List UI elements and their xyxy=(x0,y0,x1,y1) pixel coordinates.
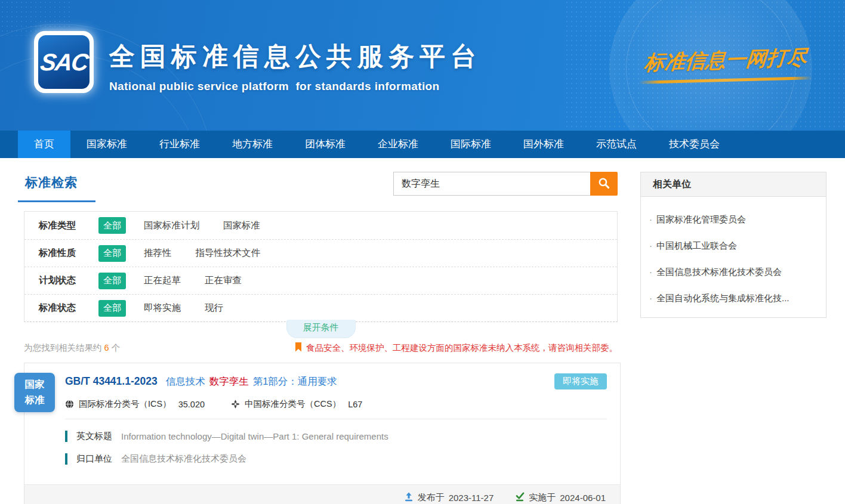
slogan-text: 标准信息一网打尽 xyxy=(635,44,816,77)
implement-label: 实施于 xyxy=(529,492,556,503)
dept-label: 归口单位 xyxy=(76,453,112,465)
upload-icon xyxy=(404,492,414,503)
related-units-panel: 相关单位 国家标准化管理委员会 中国机械工业联合会 全国信息技术标准化技术委员会… xyxy=(640,172,827,318)
standard-title-prefix[interactable]: 信息技术 xyxy=(166,375,205,388)
expand-conditions-button[interactable]: 展开条件 xyxy=(286,320,356,338)
publish-date-item: 发布于 2023-11-27 xyxy=(404,492,494,503)
filter-all-button[interactable]: 全部 xyxy=(98,273,126,289)
dept-row: 归口单位 全国信息技术标准化技术委员会 xyxy=(65,453,607,465)
standard-title-highlight[interactable]: 数字孪生 xyxy=(209,375,249,388)
related-units-list: 国家标准化管理委员会 中国机械工业联合会 全国信息技术标准化技术委员会 全国自动… xyxy=(641,197,826,317)
filter-label: 标准性质 xyxy=(39,247,98,259)
filter-panel: 标准类型 全部 国家标准计划 国家标准 标准性质 全部 推荐性 指导性技术文件 xyxy=(24,211,618,322)
sidebar-item-machinery-federation[interactable]: 中国机械工业联合会 xyxy=(649,240,816,252)
filter-all-button[interactable]: 全部 xyxy=(98,245,126,262)
filter-option[interactable]: 国家标准计划 xyxy=(144,219,199,232)
card-title-row: GB/T 43441.1-2023 信息技术 数字孪生 第1部分：通用要求 即将… xyxy=(65,373,607,389)
system-notice: 食品安全、环境保护、工程建设方面的国家标准未纳入本系统，请咨询相关部委。 xyxy=(295,342,618,354)
related-units-title: 相关单位 xyxy=(641,172,826,197)
sac-logo-inner: SAC xyxy=(38,35,90,89)
sidebar-item-automation-integration[interactable]: 全国自动化系统与集成标准化技... xyxy=(649,293,816,304)
teal-bar xyxy=(65,431,67,442)
filter-option[interactable]: 现行 xyxy=(205,302,223,314)
filter-label: 计划状态 xyxy=(39,274,98,287)
compass-icon xyxy=(231,400,240,409)
globe-icon xyxy=(65,400,74,409)
site-subtitle: National public service platform for sta… xyxy=(109,80,482,93)
page: SAC 全国标准信息公共服务平台 National public service… xyxy=(0,0,845,504)
filter-row-standard-type: 标准类型 全部 国家标准计划 国家标准 xyxy=(24,212,617,239)
nav-item-technical-committee[interactable]: 技术委员会 xyxy=(653,131,736,158)
filter-option[interactable]: 国家标准 xyxy=(223,219,260,232)
section-title-wrap: 标准检索 xyxy=(18,172,95,202)
nav-item-pilot[interactable]: 示范试点 xyxy=(580,131,653,158)
filter-all-button[interactable]: 全部 xyxy=(98,217,126,234)
filter-option[interactable]: 推荐性 xyxy=(144,247,172,259)
english-title-value: Information technology—Digital twin—Part… xyxy=(121,431,388,441)
filter-row-standard-nature: 标准性质 全部 推荐性 指导性技术文件 xyxy=(24,239,617,267)
publish-label: 发布于 xyxy=(418,492,445,503)
sac-logo-text: SAC xyxy=(39,49,90,76)
english-title-label: 英文标题 xyxy=(76,431,112,442)
standard-code-link[interactable]: GB/T 43441.1-2023 xyxy=(65,375,158,388)
check-icon xyxy=(515,492,525,503)
filter-option[interactable]: 正在起草 xyxy=(144,274,181,287)
nav-item-national-standards[interactable]: 国家标准 xyxy=(70,131,143,158)
main-content: 标准检索 标准类型 xyxy=(0,158,845,504)
results-meta-row: 为您找到相关结果约6个 食品安全、环境保护、工程建设方面的国家标准未纳入本系统，… xyxy=(24,342,618,354)
left-column: 标准检索 标准类型 xyxy=(24,172,618,504)
sidebar-item-it-standardization[interactable]: 全国信息技术标准化技术委员会 xyxy=(649,267,816,278)
publish-date: 2023-11-27 xyxy=(449,493,494,503)
filter-row-standard-status: 标准状态 全部 即将实施 现行 xyxy=(24,294,617,321)
search-icon xyxy=(598,177,610,191)
standard-type-badge: 国家 标准 xyxy=(14,373,55,412)
filter-all-button[interactable]: 全部 xyxy=(98,300,126,317)
filter-row-plan-status: 计划状态 全部 正在起草 正在审查 xyxy=(24,267,617,294)
teal-bar xyxy=(65,453,67,465)
filter-option[interactable]: 即将实施 xyxy=(144,302,181,314)
filter-label: 标准状态 xyxy=(39,302,98,314)
standard-result-card: 国家 标准 GB/T 43441.1-2023 信息技术 数字孪生 第1部分：通… xyxy=(24,363,621,504)
site-header: SAC 全国标准信息公共服务平台 National public service… xyxy=(0,0,845,131)
nav-item-international-standards[interactable]: 国际标准 xyxy=(434,131,507,158)
bookmark-icon xyxy=(295,342,302,354)
filter-option[interactable]: 指导性技术文件 xyxy=(196,247,261,259)
notice-text: 食品安全、环境保护、工程建设方面的国家标准未纳入本系统，请咨询相关部委。 xyxy=(306,342,618,354)
nav-item-industry-standards[interactable]: 行业标准 xyxy=(143,131,216,158)
search-input[interactable] xyxy=(393,172,590,196)
nav-item-group-standards[interactable]: 团体标准 xyxy=(289,131,362,158)
english-title-row: 英文标题 Information technology—Digital twin… xyxy=(65,431,607,442)
card-footer: 发布于 2023-11-27 实施于 2024-06-01 xyxy=(24,484,620,504)
standard-title-suffix[interactable]: 第1部分：通用要求 xyxy=(253,375,337,388)
ics-value: 35.020 xyxy=(178,400,205,409)
dept-value: 全国信息技术标准化技术委员会 xyxy=(121,453,246,465)
result-count-number: 6 xyxy=(102,343,112,353)
slogan-block: 标准信息一网打尽 xyxy=(636,47,815,82)
ccs-value: L67 xyxy=(348,400,362,409)
card-content: GB/T 43441.1-2023 信息技术 数字孪生 第1部分：通用要求 即将… xyxy=(24,363,620,474)
search-bar xyxy=(393,172,618,196)
implement-date: 2024-06-01 xyxy=(560,493,606,503)
filter-option[interactable]: 正在审查 xyxy=(205,274,242,287)
implement-date-item: 实施于 2024-06-01 xyxy=(515,492,606,503)
sac-logo[interactable]: SAC xyxy=(34,31,94,93)
filter-label: 标准类型 xyxy=(39,219,98,232)
nav-item-foreign-standards[interactable]: 国外标准 xyxy=(507,131,580,158)
nav-item-enterprise-standards[interactable]: 企业标准 xyxy=(362,131,434,158)
card-divider xyxy=(65,419,607,419)
main-nav: 首页 国家标准 行业标准 地方标准 团体标准 企业标准 国际标准 国外标准 示范… xyxy=(0,131,845,158)
status-badge: 即将实施 xyxy=(554,373,607,389)
nav-item-local-standards[interactable]: 地方标准 xyxy=(216,131,289,158)
ccs-label: 中国标准分类号（CCS） xyxy=(245,398,341,410)
site-title: 全国标准信息公共服务平台 xyxy=(109,39,482,74)
search-button[interactable] xyxy=(590,172,618,196)
sidebar-item-sac[interactable]: 国家标准化管理委员会 xyxy=(649,214,816,225)
nav-item-home[interactable]: 首页 xyxy=(18,131,70,158)
page-title: 标准检索 xyxy=(25,175,78,189)
site-title-block: 全国标准信息公共服务平台 National public service pla… xyxy=(109,39,482,93)
result-count: 为您找到相关结果约6个 xyxy=(24,342,120,354)
classification-row: 国际标准分类号（ICS） 35.020 中国 xyxy=(65,398,607,410)
ics-label: 国际标准分类号（ICS） xyxy=(79,398,171,410)
